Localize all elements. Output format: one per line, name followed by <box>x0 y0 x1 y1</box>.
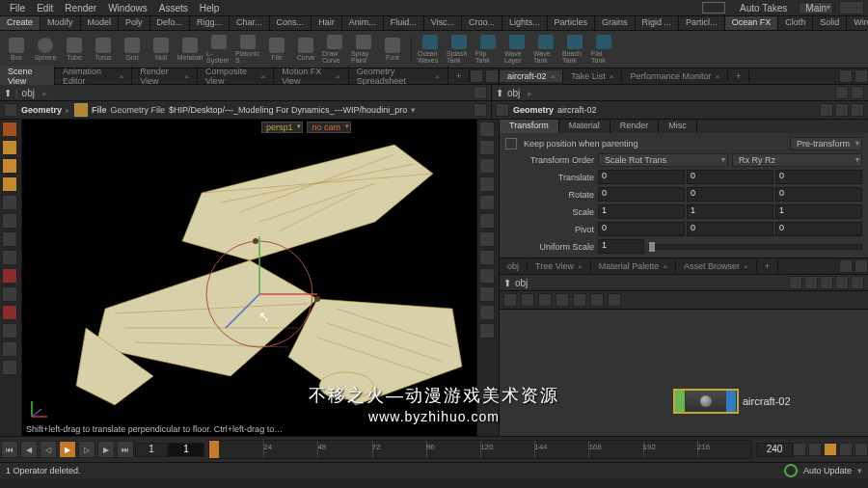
tool-drawcurve[interactable]: Draw Curve <box>322 35 347 64</box>
close-icon[interactable]: × <box>551 72 556 81</box>
close-icon[interactable]: × <box>744 262 748 271</box>
display-option-icon[interactable] <box>479 231 495 247</box>
move-tool-icon[interactable] <box>2 140 17 155</box>
torder-dropdown[interactable]: Scale Rot Trans <box>598 153 728 167</box>
info-icon[interactable] <box>851 103 864 117</box>
help-icon[interactable] <box>835 103 849 117</box>
update-mode[interactable]: Auto Update <box>803 466 852 475</box>
help-icon[interactable] <box>839 1 864 14</box>
path-up-icon[interactable]: ⬆ <box>496 88 503 98</box>
timeline-option-icon[interactable] <box>854 443 868 456</box>
rx-field[interactable]: 0 <box>598 187 685 202</box>
tool-flat-tank[interactable]: Flat Tank <box>591 35 616 64</box>
timeline-option-icon[interactable] <box>808 443 822 456</box>
menu-file[interactable]: File <box>4 3 31 14</box>
shelf-tab[interactable]: Rigg... <box>190 16 230 30</box>
pin-icon[interactable] <box>835 86 849 99</box>
tz-field[interactable]: 0 <box>775 170 862 184</box>
node-aircraft[interactable]: aircraft-02 <box>673 389 791 414</box>
scene-viewport[interactable]: persp1 no cam <box>22 120 476 436</box>
geofile-path[interactable]: $HIP/Desktop/---_Modeling For Dynamics_-… <box>169 105 407 115</box>
tab-material-palette[interactable]: Material Palette× <box>591 260 676 272</box>
net-tool-icon[interactable] <box>590 293 604 307</box>
pz-field[interactable]: 0 <box>775 222 862 236</box>
close-icon[interactable]: × <box>578 262 583 271</box>
tool-icon[interactable] <box>2 323 17 339</box>
subtab-misc[interactable]: Misc <box>659 120 697 133</box>
tool-wave-tank[interactable]: Wave Tank <box>533 35 558 64</box>
tool-null[interactable]: Null <box>149 35 174 64</box>
path-up-icon[interactable]: ⬆ <box>4 88 12 98</box>
pin-icon[interactable] <box>474 86 487 99</box>
tab-composite[interactable]: Composite View× <box>198 66 274 87</box>
next-key-button[interactable]: ▶ <box>97 441 115 458</box>
timeline-option-icon[interactable] <box>793 443 806 456</box>
network-tab-main[interactable]: obj <box>500 260 528 272</box>
shelf-tab[interactable]: Model <box>81 16 120 30</box>
px-field[interactable]: 0 <box>598 222 685 236</box>
sy-field[interactable]: 1 <box>687 204 773 219</box>
net-tool-icon[interactable] <box>804 276 818 289</box>
net-tool-icon[interactable] <box>538 293 552 307</box>
tab-add[interactable]: + <box>757 260 778 272</box>
sz-field[interactable]: 1 <box>775 204 862 219</box>
close-icon[interactable]: × <box>184 72 189 81</box>
ty-field[interactable]: 0 <box>687 170 773 184</box>
scale-tool-icon[interactable] <box>2 176 17 192</box>
display-option-icon[interactable] <box>479 140 495 155</box>
tool-torus[interactable]: Torus <box>91 35 116 64</box>
close-icon[interactable]: × <box>435 72 440 81</box>
tab-add[interactable]: + <box>728 70 749 82</box>
shelf-tab-oceanfx[interactable]: Ocean FX <box>725 16 779 30</box>
pretransform-dropdown[interactable]: Pre-transform <box>790 137 862 150</box>
shelf-tab[interactable]: Solid <box>813 16 847 30</box>
current-frame-field[interactable]: 1 <box>168 443 204 457</box>
menu-windows[interactable]: Windows <box>102 3 153 14</box>
tool-icon[interactable] <box>2 341 17 357</box>
gear-icon[interactable] <box>851 276 864 289</box>
uscale-field[interactable]: 1 <box>598 239 644 254</box>
display-option-icon[interactable] <box>479 122 495 137</box>
keep-pos-checkbox[interactable] <box>505 138 517 149</box>
shelf-tab[interactable]: Cons... <box>270 16 312 30</box>
tool-metaball[interactable]: Metaball <box>177 35 203 64</box>
next-frame-button[interactable]: ▷ <box>78 441 95 458</box>
display-option-icon[interactable] <box>479 195 495 210</box>
display-option-icon[interactable] <box>479 176 495 192</box>
shelf-tab[interactable]: Grains <box>595 16 636 30</box>
gear-icon[interactable] <box>496 103 509 117</box>
tool-grid[interactable]: Grid <box>120 35 145 64</box>
tool-platonic[interactable]: Platonic S <box>235 35 260 64</box>
close-icon[interactable]: × <box>120 72 124 81</box>
tab-tree-view[interactable]: Tree View× <box>528 260 591 272</box>
shelf-tab[interactable]: Particl... <box>679 16 725 30</box>
tool-sphere[interactable]: Sphere <box>33 35 58 64</box>
cook-status-icon[interactable] <box>784 464 798 477</box>
net-tool-icon[interactable] <box>556 293 569 307</box>
tab-motionfx[interactable]: Motion FX View× <box>274 66 348 87</box>
take-dropdown[interactable]: Main <box>799 2 833 14</box>
rorder-dropdown[interactable]: Rx Ry Rz <box>732 153 862 167</box>
net-tool-icon[interactable] <box>835 276 849 289</box>
sx-field[interactable]: 1 <box>598 204 685 219</box>
tab-asset-browser[interactable]: Asset Browser× <box>676 260 757 272</box>
tool-curve[interactable]: Curve <box>293 35 318 64</box>
shelf-tab[interactable]: Cloth <box>778 16 813 30</box>
rotate-tool-icon[interactable] <box>2 158 17 174</box>
menu-assets[interactable]: Assets <box>153 3 194 14</box>
tx-field[interactable]: 0 <box>598 170 685 184</box>
pane-menu-icon[interactable] <box>854 69 868 83</box>
shelf-tab[interactable]: Rigid ... <box>636 16 680 30</box>
net-tool-icon[interactable] <box>573 293 586 307</box>
tool-beach-tank[interactable]: Beach Tank <box>562 35 587 64</box>
tool-spraypaint[interactable]: Spray Paint <box>351 35 376 64</box>
timeline-option-icon[interactable] <box>839 443 853 456</box>
first-frame-button[interactable]: ⏮ <box>1 441 18 458</box>
display-option-icon[interactable] <box>479 323 495 339</box>
net-tool-icon[interactable] <box>789 276 802 289</box>
close-icon[interactable]: × <box>336 72 340 81</box>
shelf-tab[interactable]: Hair <box>312 16 342 30</box>
pane-menu-icon[interactable] <box>854 259 868 273</box>
prev-frame-button[interactable]: ◁ <box>40 441 57 458</box>
tool-icon[interactable] <box>2 195 17 210</box>
